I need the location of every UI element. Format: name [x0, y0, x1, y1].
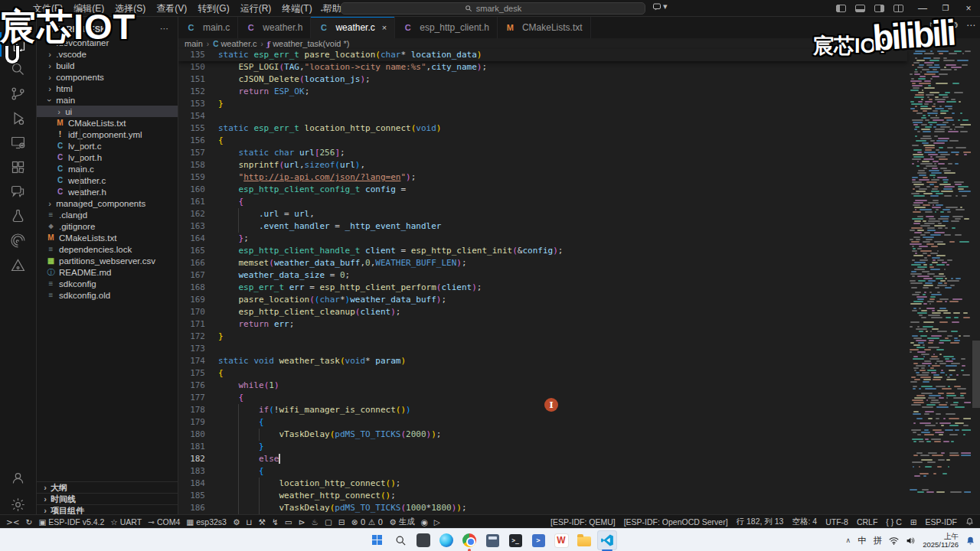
- account-icon[interactable]: [0, 465, 36, 490]
- layout-controls[interactable]: [836, 0, 903, 17]
- minimap[interactable]: [907, 49, 971, 514]
- tree-item-lv_port.h[interactable]: Clv_port.h: [37, 152, 178, 163]
- tree-item-main.c[interactable]: Cmain.c: [37, 163, 178, 174]
- menu-运行[interactable]: 运行(R): [235, 0, 277, 17]
- calculator-taskbar-icon[interactable]: [482, 530, 502, 550]
- cmd-taskbar-icon[interactable]: >_: [505, 530, 525, 550]
- bug-icon[interactable]: ◉: [421, 517, 428, 527]
- close-button[interactable]: ×: [957, 0, 980, 17]
- section-大纲[interactable]: ›大纲: [37, 481, 178, 493]
- monitor-icon[interactable]: ▭: [285, 517, 292, 527]
- settings-icon[interactable]: [0, 492, 36, 517]
- tree-item-idf_component.yml[interactable]: !idf_component.yml: [37, 129, 178, 140]
- tree-item-.clangd[interactable]: ≡.clangd: [37, 209, 178, 220]
- lvgl-icon[interactable]: [0, 253, 36, 277]
- tree-root-folder[interactable]: › SMARK_DESK ⋯: [37, 23, 178, 34]
- run-dropdown-icon[interactable]: ▾: [939, 22, 942, 29]
- chat-icon[interactable]: [0, 179, 36, 204]
- copilot-chat-icon[interactable]: ▾: [652, 2, 668, 11]
- tree-item-sdkconfig.old[interactable]: ≡sdkconfig.old: [37, 289, 178, 301]
- powershell-taskbar-icon[interactable]: >: [528, 530, 548, 550]
- tree-item-dependencies.lock[interactable]: ≡dependencies.lock: [37, 243, 178, 255]
- cmake-build[interactable]: ⚙生成: [389, 517, 414, 527]
- debug-icon[interactable]: ⊳: [299, 517, 305, 527]
- menuconfig-icon[interactable]: ⚙: [233, 517, 240, 527]
- tree-item-lv_port.c[interactable]: Clv_port.c: [37, 140, 178, 152]
- tab-main.c[interactable]: Cmain.c: [178, 17, 238, 38]
- tray-chevron-icon[interactable]: ∧: [846, 536, 851, 544]
- launch-icon[interactable]: ▷: [434, 517, 440, 527]
- speaker-icon[interactable]: [906, 536, 916, 545]
- build-flash-monitor-icon[interactable]: ♨: [312, 517, 318, 527]
- menu-编辑[interactable]: 编辑(E): [68, 0, 109, 17]
- status-UTF-8[interactable]: UTF-8: [825, 517, 848, 527]
- tree-item-components[interactable]: › components: [37, 71, 178, 83]
- breadcrumb-item[interactable]: weather.c: [220, 39, 256, 48]
- tree-item-build[interactable]: › build: [37, 60, 178, 71]
- tree-item-README.md[interactable]: ⓘREADME.md: [37, 266, 178, 278]
- wps-taskbar-icon[interactable]: W: [551, 530, 571, 550]
- explorer-taskbar-icon[interactable]: [574, 530, 594, 550]
- tree-item-managed_components[interactable]: › managed_components: [37, 197, 178, 209]
- menu-选择[interactable]: 选择(S): [109, 0, 151, 17]
- tree-item-partitions_webserver.csv[interactable]: ▦partitions_webserver.csv: [37, 255, 178, 266]
- source-control-icon[interactable]: [0, 81, 36, 106]
- vscode-taskbar-icon[interactable]: [597, 530, 617, 550]
- tree-item-ui[interactable]: › ui: [37, 106, 178, 117]
- status-空格: 4[interactable]: 空格: 4: [792, 517, 817, 527]
- espidf-version[interactable]: ▣ESP-IDF v5.4.2: [38, 517, 104, 527]
- wifi-icon[interactable]: [889, 536, 899, 545]
- menu-终端[interactable]: 终端(T): [276, 0, 317, 17]
- breadcrumb-item[interactable]: weather_task(void *): [273, 39, 349, 48]
- notifications-bell-icon[interactable]: [965, 517, 974, 526]
- toggle-secondary-sidebar-icon[interactable]: [874, 5, 884, 12]
- more-actions-icon[interactable]: ⋯: [160, 24, 168, 34]
- run-button[interactable]: ▷: [930, 20, 937, 31]
- tree-item-CMakeLists.txt[interactable]: MCMakeLists.txt: [37, 232, 178, 243]
- breadcrumb-item[interactable]: main: [185, 39, 203, 48]
- extension-icon[interactable]: ⊞: [910, 517, 917, 527]
- notification-bell-icon[interactable]: [965, 536, 975, 546]
- editor-actions[interactable]: ▷▾⚙⋯: [930, 20, 975, 31]
- serial-port[interactable]: ⊸COM4: [148, 517, 180, 527]
- tab-esp_http_client.h[interactable]: Cesp_http_client.h: [395, 17, 498, 38]
- tab-weather.c[interactable]: Cweather.c×: [311, 17, 395, 38]
- problems[interactable]: ⊗ 0 ⚠ 0: [351, 517, 384, 527]
- minimize-button[interactable]: —: [911, 0, 934, 17]
- esp-idf-icon[interactable]: [0, 228, 36, 253]
- chrome-taskbar-icon[interactable]: [459, 530, 479, 550]
- restore-button[interactable]: ❐: [934, 0, 957, 17]
- pinyin-indicator[interactable]: 拼: [874, 535, 883, 546]
- remote-indicator[interactable]: ><: [6, 517, 20, 527]
- flash-icon[interactable]: ↯: [272, 517, 279, 527]
- device-target[interactable]: ▦esp32s3: [186, 517, 227, 527]
- toggle-panel-icon[interactable]: [855, 5, 865, 12]
- start-taskbar-icon[interactable]: [368, 530, 387, 550]
- tab-CMakeLists.txt[interactable]: MCMakeLists.txt: [498, 17, 591, 38]
- menu-转到[interactable]: 转到(G): [192, 0, 234, 17]
- build-icon[interactable]: ⚒: [259, 517, 266, 527]
- status-{ } C[interactable]: { } C: [886, 517, 901, 527]
- menu-文件[interactable]: 文件(F): [28, 0, 68, 17]
- search-taskbar-icon[interactable]: [390, 530, 410, 550]
- sync-icon[interactable]: ↻: [26, 517, 33, 527]
- back-arrow-icon[interactable]: ←: [318, 3, 328, 15]
- darkapp-taskbar-icon[interactable]: [413, 530, 433, 550]
- more-actions-icon[interactable]: ⋯: [966, 20, 975, 31]
- run-debug-icon[interactable]: [0, 106, 36, 130]
- tree-item-main[interactable]: › main: [37, 94, 178, 106]
- customize-layout-icon[interactable]: [893, 5, 903, 12]
- gear-icon[interactable]: ⚙: [950, 20, 959, 31]
- code-editor[interactable]: 150 ESP_LOGI(TAG,"location->city name:%s…: [178, 61, 907, 514]
- edge-taskbar-icon[interactable]: [436, 530, 456, 550]
- tree-item-.gitignore[interactable]: ◆.gitignore: [37, 220, 178, 232]
- full-clean-icon[interactable]: ⊔: [246, 517, 252, 527]
- tree-item-sdkconfig[interactable]: ≡sdkconfig: [37, 278, 178, 289]
- tree-item-.devcontainer[interactable]: › .devcontainer: [37, 37, 178, 48]
- testing-icon[interactable]: [0, 204, 36, 228]
- section-时间线[interactable]: ›时间线: [37, 493, 178, 504]
- close-tab-icon[interactable]: ×: [382, 23, 387, 32]
- status-[ESP-IDF: OpenOCD Server][interactable]: [ESP-IDF: OpenOCD Server]: [624, 517, 728, 527]
- status-行 182, 列 13[interactable]: 行 182, 列 13: [737, 517, 784, 527]
- tree-item-.vscode[interactable]: › .vscode: [37, 48, 178, 60]
